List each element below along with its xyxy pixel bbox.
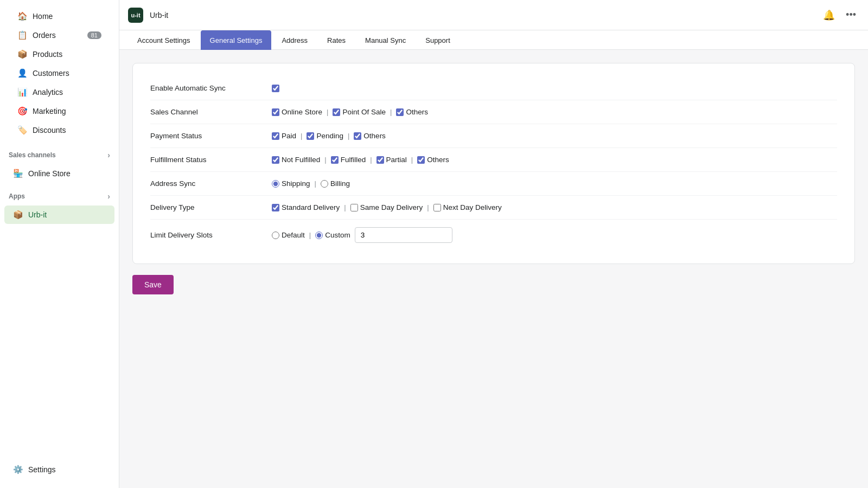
sidebar-label-analytics: Analytics <box>33 88 63 97</box>
settings-row-sales-channel: Sales Channel Online Store | Point Of Sa… <box>150 100 837 124</box>
radio-address-sync-0[interactable] <box>272 180 279 188</box>
analytics-icon: 📊 <box>17 87 27 97</box>
checkbox-fulfillment-status-2[interactable] <box>376 156 384 164</box>
settings-value-sales-channel: Online Store | Point Of Sale | Others <box>272 108 428 116</box>
checkbox-delivery-type-0[interactable] <box>272 204 279 211</box>
notification-button[interactable]: 🔔 <box>820 7 838 23</box>
radio-address-sync-1[interactable] <box>321 180 328 188</box>
label-fulfillment-status-0[interactable]: Not Fulfilled <box>272 156 320 164</box>
separator: | <box>301 132 302 140</box>
apps-header: Apps › <box>0 188 119 205</box>
settings-row-address-sync: Address Sync Shipping | Billing <box>150 172 837 196</box>
apps-label: Apps <box>9 192 25 200</box>
settings-row-payment-status: Payment Status Paid | Pending | Others <box>150 124 837 148</box>
app-logo: u-it <box>128 8 143 23</box>
settings-label-limit-delivery-slots: Limit Delivery Slots <box>150 231 259 239</box>
label-sales-channel-0[interactable]: Online Store <box>272 108 322 116</box>
sidebar-item-marketing[interactable]: 🎯 Marketing <box>9 102 110 120</box>
settings-value-limit-delivery-slots: Default | Custom <box>272 227 452 243</box>
label-payment-status-1[interactable]: Pending <box>307 132 343 140</box>
settings-label-enable-automatic-sync: Enable Automatic Sync <box>150 84 259 92</box>
separator: | <box>390 108 392 116</box>
sidebar-label-products: Products <box>33 50 62 59</box>
tab-general-settings[interactable]: General Settings <box>201 30 272 50</box>
tab-bar: Account SettingsGeneral SettingsAddressR… <box>119 30 868 50</box>
sidebar-item-discounts[interactable]: 🏷️ Discounts <box>9 121 110 139</box>
label-payment-status-2[interactable]: Others <box>354 132 386 140</box>
label-sales-channel-2[interactable]: Others <box>396 108 428 116</box>
sidebar-label-online-store: Online Store <box>28 169 71 178</box>
sidebar-item-products[interactable]: 📦 Products <box>9 45 110 63</box>
separator: | <box>411 156 413 164</box>
sidebar-label-settings: Settings <box>28 465 56 474</box>
sidebar-label-discounts: Discounts <box>33 126 66 134</box>
tab-account-settings[interactable]: Account Settings <box>128 30 200 50</box>
sidebar-item-home[interactable]: 🏠 Home <box>9 7 110 25</box>
discounts-icon: 🏷️ <box>17 125 27 135</box>
apps-chevron: › <box>107 192 110 201</box>
settings-value-enable-automatic-sync <box>272 85 279 92</box>
label-fulfillment-status-1[interactable]: Fulfilled <box>331 156 366 164</box>
sidebar-item-online-store[interactable]: 🏪 Online Store <box>4 164 114 183</box>
checkbox-sales-channel-2[interactable] <box>396 108 404 116</box>
checkbox-delivery-type-1[interactable] <box>350 204 358 211</box>
settings-label-sales-channel: Sales Channel <box>150 108 259 116</box>
label-delivery-type-1[interactable]: Same Day Delivery <box>350 203 423 211</box>
save-button[interactable]: Save <box>132 275 174 294</box>
label-fulfillment-status-2[interactable]: Partial <box>376 156 407 164</box>
label-sales-channel-1[interactable]: Point Of Sale <box>333 108 386 116</box>
label-address-sync-0[interactable]: Shipping <box>272 179 310 188</box>
separator: | <box>315 179 316 188</box>
sidebar-label-urb-it: Urb-it <box>28 210 47 219</box>
checkbox-fulfillment-status-0[interactable] <box>272 156 279 164</box>
settings-row-limit-delivery-slots: Limit Delivery Slots Default | Custom <box>150 220 837 251</box>
tab-manual-sync[interactable]: Manual Sync <box>356 30 415 50</box>
tab-address[interactable]: Address <box>272 30 317 50</box>
sidebar-item-customers[interactable]: 👤 Customers <box>9 64 110 82</box>
checkbox-payment-status-1[interactable] <box>307 132 314 140</box>
separator: | <box>344 203 346 211</box>
sidebar-item-settings[interactable]: ⚙️ Settings <box>4 460 114 479</box>
checkbox-payment-status-0[interactable] <box>272 132 279 140</box>
more-options-button[interactable]: ••• <box>843 7 859 23</box>
label-address-sync-1[interactable]: Billing <box>321 179 350 188</box>
label-delivery-type-2[interactable]: Next Day Delivery <box>433 203 502 211</box>
sidebar-item-urb-it[interactable]: 📦 Urb-it <box>4 206 114 224</box>
sidebar-item-orders[interactable]: 📋 Orders 81 <box>9 26 110 44</box>
label-payment-status-0[interactable]: Paid <box>272 132 296 140</box>
separator: | <box>427 203 429 211</box>
custom-input-limit-delivery-slots[interactable] <box>355 227 452 243</box>
separator: | <box>309 231 311 239</box>
settings-value-delivery-type: Standard Delivery | Same Day Delivery | … <box>272 203 502 211</box>
checkbox-sales-channel-0[interactable] <box>272 108 279 116</box>
badge-orders: 81 <box>87 31 101 39</box>
home-icon: 🏠 <box>17 11 27 21</box>
settings-label-fulfillment-status: Fulfillment Status <box>150 156 259 164</box>
tab-rates[interactable]: Rates <box>318 30 355 50</box>
radio-limit-delivery-slots-1[interactable] <box>315 232 323 239</box>
separator: | <box>327 108 328 116</box>
label-fulfillment-status-3[interactable]: Others <box>417 156 449 164</box>
checkbox-enable-automatic-sync[interactable] <box>272 85 279 92</box>
checkbox-fulfillment-status-1[interactable] <box>331 156 339 164</box>
label-delivery-type-0[interactable]: Standard Delivery <box>272 203 340 211</box>
settings-icon: ⚙️ <box>13 465 23 474</box>
settings-row-delivery-type: Delivery Type Standard Delivery | Same D… <box>150 196 837 220</box>
main-content: u-it Urb-it 🔔 ••• Account SettingsGenera… <box>119 0 868 488</box>
separator: | <box>370 156 372 164</box>
sidebar: 🏠 Home 📋 Orders 81 📦 Products 👤 Customer… <box>0 0 119 488</box>
label-limit-delivery-slots-1[interactable]: Custom <box>315 231 350 239</box>
sidebar-label-marketing: Marketing <box>33 107 66 115</box>
tab-support[interactable]: Support <box>416 30 459 50</box>
sidebar-label-customers: Customers <box>33 69 69 78</box>
label-limit-delivery-slots-0[interactable]: Default <box>272 231 305 239</box>
checkbox-sales-channel-1[interactable] <box>333 108 340 116</box>
settings-label-payment-status: Payment Status <box>150 132 259 140</box>
checkbox-payment-status-2[interactable] <box>354 132 361 140</box>
separator: | <box>348 132 349 140</box>
sales-channels-chevron: › <box>107 151 110 159</box>
checkbox-delivery-type-2[interactable] <box>433 204 441 211</box>
checkbox-fulfillment-status-3[interactable] <box>417 156 425 164</box>
radio-limit-delivery-slots-0[interactable] <box>272 232 279 239</box>
sidebar-item-analytics[interactable]: 📊 Analytics <box>9 83 110 101</box>
